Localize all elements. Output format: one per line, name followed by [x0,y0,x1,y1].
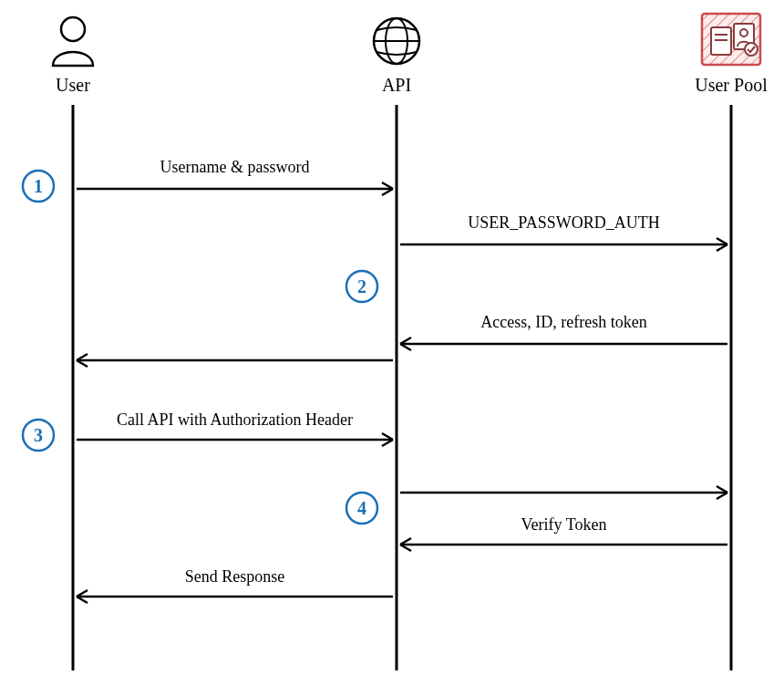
user-icon [53,17,93,66]
user-pool-icon [702,14,760,65]
message-m3: Access, ID, refresh token [400,313,727,350]
message-m6 [400,486,727,499]
message-m2: USER_PASSWORD_AUTH [400,213,727,251]
svg-text:1: 1 [34,176,43,196]
svg-point-2 [61,17,85,41]
message-label-m8: Send Response [185,567,285,586]
api-label: API [382,75,411,95]
message-label-m1: Username & password [160,158,310,176]
globe-icon [374,18,419,64]
step-1: 1 [23,171,54,202]
user-label: User [56,75,90,95]
svg-text:3: 3 [34,425,43,445]
message-label-m5: Call API with Authorization Header [117,410,353,429]
message-m5: Call API with Authorization Header [77,410,393,446]
message-m1: Username & password [77,158,393,195]
step-3: 3 [23,420,54,451]
svg-text:2: 2 [357,276,366,296]
user-pool-label: User Pool [695,75,768,95]
svg-point-12 [745,43,758,56]
message-label-m7: Verify Token [521,515,607,534]
message-m7: Verify Token [400,515,727,551]
message-m4 [77,354,393,367]
step-2: 2 [346,271,377,302]
message-m8: Send Response [77,567,393,603]
message-label-m3: Access, ID, refresh token [480,313,646,331]
message-label-m2: USER_PASSWORD_AUTH [468,213,659,232]
step-4: 4 [346,493,377,524]
svg-text:4: 4 [357,498,366,518]
